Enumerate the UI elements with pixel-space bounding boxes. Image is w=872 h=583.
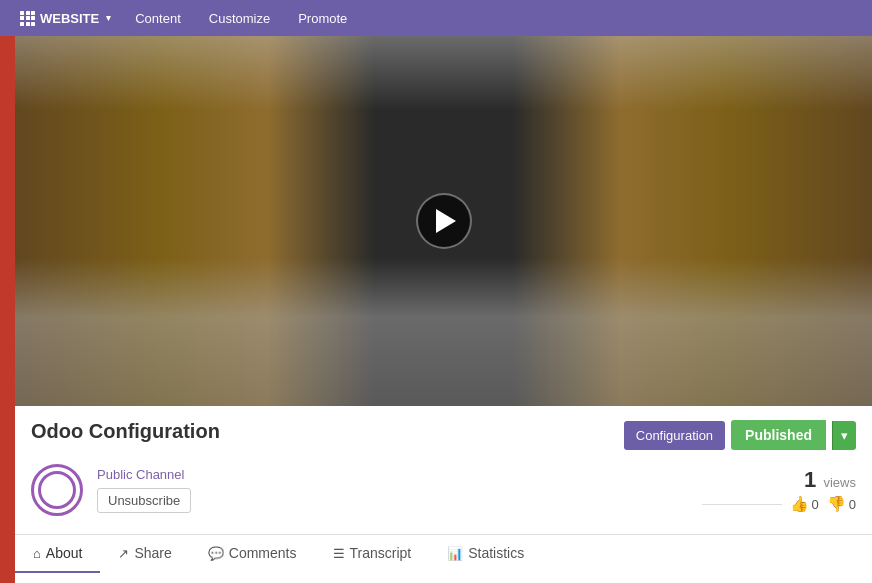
comments-icon: 💬 (208, 546, 224, 561)
published-button[interactable]: Published (731, 420, 826, 450)
likes-row: 👍 0 👎 0 (702, 495, 856, 513)
grid-icon (20, 11, 35, 26)
tab-statistics-label: Statistics (468, 545, 524, 561)
video-player[interactable] (15, 36, 872, 406)
brand-label: WEBSITE (40, 11, 99, 26)
avatar-inner (38, 471, 76, 509)
video-actions: Configuration Published ▾ (624, 420, 856, 450)
tab-comments[interactable]: 💬 Comments (190, 535, 315, 573)
play-icon (436, 209, 456, 233)
tab-transcript-label: Transcript (350, 545, 412, 561)
video-title: Odoo Configuration (31, 420, 220, 443)
likes-item: 👍 0 (790, 495, 819, 513)
main-content: Odoo Configuration Configuration Publish… (0, 36, 872, 583)
tab-transcript[interactable]: ☰ Transcript (315, 535, 430, 573)
tab-share[interactable]: ↗ Share (100, 535, 189, 573)
thumbs-up-icon: 👍 (790, 495, 809, 513)
configuration-button[interactable]: Configuration (624, 421, 725, 450)
share-icon: ↗ (118, 546, 129, 561)
channel-name-link[interactable]: Public Channel (97, 467, 191, 482)
statistics-icon: 📊 (447, 546, 463, 561)
nav-customize[interactable]: Customize (197, 5, 282, 32)
tab-share-label: Share (134, 545, 171, 561)
navbar: WEBSITE ▾ Content Customize Promote (0, 0, 872, 36)
dislikes-item: 👎 0 (827, 495, 856, 513)
tabs-row: ⌂ About ↗ Share 💬 Comments ☰ Transcript … (15, 534, 872, 573)
floor (15, 258, 872, 406)
channel-left: Public Channel Unsubscribe (31, 464, 191, 516)
views-number: 1 (804, 467, 816, 492)
published-caret-button[interactable]: ▾ (832, 421, 856, 450)
dislikes-count: 0 (849, 497, 856, 512)
left-accent (0, 36, 15, 583)
home-icon: ⌂ (33, 546, 41, 561)
tab-statistics[interactable]: 📊 Statistics (429, 535, 542, 573)
ceiling (15, 36, 872, 110)
website-menu[interactable]: WEBSITE ▾ (12, 7, 119, 30)
channel-section: Public Channel Unsubscribe 1 views 👍 0 (15, 458, 872, 526)
avatar (31, 464, 83, 516)
nav-content[interactable]: Content (123, 5, 193, 32)
content-area: Odoo Configuration Configuration Publish… (15, 36, 872, 583)
thumbs-down-icon: 👎 (827, 495, 846, 513)
transcript-icon: ☰ (333, 546, 345, 561)
views-label: views (823, 475, 856, 490)
nav-promote[interactable]: Promote (286, 5, 359, 32)
channel-right: 1 views 👍 0 👎 0 (702, 467, 856, 513)
tab-comments-label: Comments (229, 545, 297, 561)
play-button[interactable] (416, 193, 472, 249)
likes-count: 0 (812, 497, 819, 512)
unsubscribe-button[interactable]: Unsubscribe (97, 488, 191, 513)
brand-caret-icon: ▾ (106, 13, 111, 23)
tab-about-label: About (46, 545, 83, 561)
channel-info: Public Channel Unsubscribe (97, 467, 191, 513)
views-count: 1 views (702, 467, 856, 493)
video-info: Odoo Configuration Configuration Publish… (15, 406, 872, 458)
tab-about[interactable]: ⌂ About (15, 535, 100, 573)
